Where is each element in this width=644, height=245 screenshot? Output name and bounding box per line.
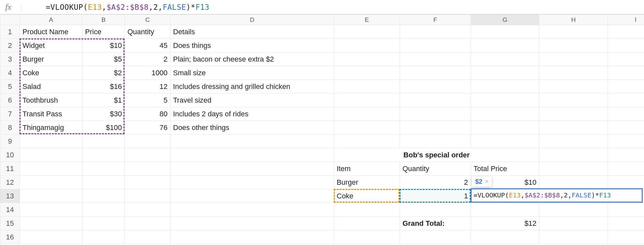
- row-header-13[interactable]: 13: [0, 189, 20, 203]
- row-header-10[interactable]: 10: [0, 148, 20, 162]
- row-header-15[interactable]: 15: [0, 217, 20, 230]
- cell[interactable]: [125, 189, 170, 203]
- cell-B8[interactable]: $100: [82, 121, 125, 135]
- cell-D4[interactable]: Small size: [170, 66, 334, 80]
- cell-F11[interactable]: Quantity: [400, 162, 471, 176]
- cell[interactable]: [125, 230, 170, 244]
- cell-H1[interactable]: [539, 25, 608, 39]
- cell[interactable]: [539, 217, 608, 230]
- cell[interactable]: [170, 189, 334, 203]
- col-header-G[interactable]: G: [471, 15, 539, 25]
- cell-A4[interactable]: Coke: [20, 66, 82, 80]
- close-icon[interactable]: ×: [485, 178, 489, 185]
- cell-A8[interactable]: Thingamagig: [20, 121, 82, 135]
- cell[interactable]: [170, 217, 334, 230]
- cell[interactable]: [82, 135, 125, 148]
- cell[interactable]: [20, 230, 82, 244]
- cell[interactable]: [539, 203, 608, 217]
- cell-E11[interactable]: Item: [334, 162, 400, 176]
- cell[interactable]: [20, 176, 82, 189]
- cell[interactable]: [608, 39, 644, 52]
- cell[interactable]: [539, 52, 608, 66]
- col-header-H[interactable]: H: [539, 15, 608, 25]
- cell-A5[interactable]: Salad: [20, 80, 82, 94]
- cell-G11[interactable]: Total Price: [471, 162, 539, 176]
- col-header-B[interactable]: B: [82, 15, 125, 25]
- cell-A7[interactable]: Transit Pass: [20, 107, 82, 121]
- cell[interactable]: [20, 203, 82, 217]
- cell-A3[interactable]: Burger: [20, 52, 82, 66]
- cell[interactable]: [608, 135, 644, 148]
- cell-D2[interactable]: Does things: [170, 39, 334, 52]
- cell[interactable]: [170, 162, 334, 176]
- cell[interactable]: [539, 230, 608, 244]
- col-header-C[interactable]: C: [125, 15, 170, 25]
- col-header-D[interactable]: D: [170, 15, 334, 25]
- cell[interactable]: [82, 217, 125, 230]
- cell[interactable]: [334, 135, 400, 148]
- cell[interactable]: [334, 94, 400, 107]
- cell[interactable]: [608, 52, 644, 66]
- cell[interactable]: [400, 80, 471, 94]
- cell[interactable]: [471, 230, 539, 244]
- cell[interactable]: [608, 121, 644, 135]
- cell[interactable]: [82, 162, 125, 176]
- cell[interactable]: [400, 107, 471, 121]
- cell-F15[interactable]: Grand Total:: [400, 217, 471, 230]
- cell[interactable]: [539, 135, 608, 148]
- row-header-11[interactable]: 11: [0, 162, 20, 176]
- cell-B5[interactable]: $16: [82, 80, 125, 94]
- cell-B2[interactable]: $10: [82, 39, 125, 52]
- cell-C4[interactable]: 1000: [125, 66, 170, 80]
- cell[interactable]: [400, 39, 471, 52]
- row-header-12[interactable]: 12: [0, 176, 20, 189]
- cell-G15[interactable]: $12: [471, 217, 539, 230]
- cell[interactable]: [334, 217, 400, 230]
- cell[interactable]: [334, 66, 400, 80]
- cell[interactable]: [170, 148, 334, 162]
- row-header-9[interactable]: 9: [0, 135, 20, 148]
- cell-E1[interactable]: [334, 25, 400, 39]
- cell-E13[interactable]: Coke: [334, 189, 400, 203]
- cell[interactable]: [170, 203, 334, 217]
- cell[interactable]: [471, 203, 539, 217]
- cell[interactable]: [334, 107, 400, 121]
- cell[interactable]: [334, 121, 400, 135]
- cell-C3[interactable]: 2: [125, 52, 170, 66]
- cell[interactable]: [125, 135, 170, 148]
- cell[interactable]: [400, 121, 471, 135]
- cell-F1[interactable]: [400, 25, 471, 39]
- cell[interactable]: [20, 135, 82, 148]
- cell[interactable]: [400, 52, 471, 66]
- cell[interactable]: [539, 107, 608, 121]
- cell[interactable]: [125, 148, 170, 162]
- cell-C2[interactable]: 45: [125, 39, 170, 52]
- cell-D3[interactable]: Plain; bacon or cheese extra $2: [170, 52, 334, 66]
- cell[interactable]: [539, 66, 608, 80]
- cell[interactable]: [20, 162, 82, 176]
- cell[interactable]: [170, 176, 334, 189]
- cell-C6[interactable]: 5: [125, 94, 170, 107]
- cell[interactable]: [20, 217, 82, 230]
- cell[interactable]: [400, 66, 471, 80]
- cell[interactable]: [170, 230, 334, 244]
- row-header-8[interactable]: 8: [0, 121, 20, 135]
- cell[interactable]: [125, 176, 170, 189]
- cell[interactable]: [608, 66, 644, 80]
- cell[interactable]: [471, 135, 539, 148]
- cell[interactable]: [471, 52, 539, 66]
- cell-D7[interactable]: Includes 2 days of rides: [170, 107, 334, 121]
- cell-D8[interactable]: Does other things: [170, 121, 334, 135]
- cell[interactable]: [471, 39, 539, 52]
- col-header-F[interactable]: F: [400, 15, 471, 25]
- cell[interactable]: [608, 162, 644, 176]
- cell[interactable]: [471, 107, 539, 121]
- cell[interactable]: [334, 39, 400, 52]
- cell-I1[interactable]: [608, 25, 644, 39]
- row-header-2[interactable]: 2: [0, 39, 20, 52]
- col-header-A[interactable]: A: [20, 15, 82, 25]
- cell-F12[interactable]: 2: [400, 176, 471, 189]
- cell-C8[interactable]: 76: [125, 121, 170, 135]
- cell[interactable]: [471, 66, 539, 80]
- cell[interactable]: [539, 94, 608, 107]
